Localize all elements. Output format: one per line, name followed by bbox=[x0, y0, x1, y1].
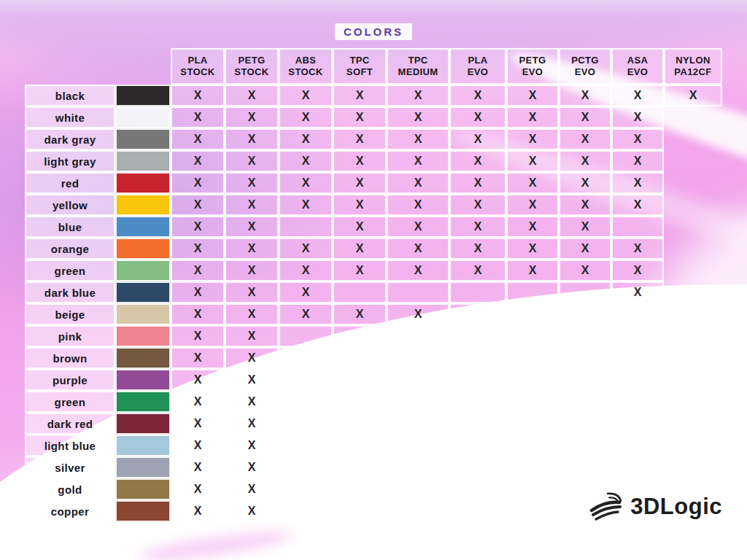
empty-cell bbox=[387, 391, 449, 413]
empty-cell bbox=[333, 456, 387, 478]
empty-cell bbox=[664, 413, 722, 435]
empty-cell bbox=[279, 456, 333, 478]
x-mark-cell: X bbox=[279, 150, 333, 172]
column-header-line: PLA bbox=[468, 55, 487, 66]
empty-cell bbox=[664, 216, 722, 238]
x-mark-cell: X bbox=[171, 281, 225, 303]
x-mark-cell: X bbox=[171, 456, 225, 478]
empty-cell bbox=[449, 391, 506, 413]
x-mark-cell: X bbox=[171, 238, 225, 260]
x-mark-cell: X bbox=[333, 238, 387, 260]
colors-availability-page: COLORS PLASTOCKPETGSTOCKABSSTOCKTPCSOFTT… bbox=[0, 0, 747, 560]
x-mark-cell: X bbox=[225, 413, 279, 435]
color-swatch bbox=[115, 347, 171, 369]
empty-cell bbox=[279, 325, 333, 347]
x-mark-cell: X bbox=[387, 260, 449, 281]
color-swatch bbox=[115, 391, 171, 413]
column-header-line: ASA bbox=[627, 55, 649, 66]
x-mark-cell: X bbox=[449, 106, 506, 128]
row-label: orange bbox=[25, 238, 115, 260]
x-mark-cell: X bbox=[449, 172, 506, 194]
x-mark-cell: X bbox=[279, 238, 333, 260]
color-swatch bbox=[115, 478, 171, 500]
empty-cell bbox=[664, 303, 722, 325]
x-mark-cell: X bbox=[225, 325, 279, 347]
x-mark-cell: X bbox=[171, 303, 225, 325]
x-mark-cell: X bbox=[387, 303, 449, 325]
x-mark-cell: X bbox=[387, 150, 449, 172]
column-header-line: PCTG bbox=[571, 55, 599, 66]
row-label: white bbox=[25, 106, 115, 128]
empty-cell bbox=[279, 500, 333, 522]
empty-cell bbox=[506, 281, 559, 303]
row-label: light gray bbox=[25, 150, 115, 172]
empty-cell bbox=[611, 303, 664, 325]
empty-cell bbox=[449, 325, 506, 347]
x-mark-cell: X bbox=[333, 150, 387, 172]
row-label: dark gray bbox=[25, 128, 115, 150]
row-label: light blue bbox=[25, 435, 115, 456]
brand-logo: 3DLogic bbox=[589, 491, 722, 522]
x-mark-cell: X bbox=[559, 194, 611, 216]
x-mark-cell: X bbox=[611, 150, 664, 172]
row-label: purple bbox=[25, 369, 115, 391]
x-mark-cell: X bbox=[387, 172, 449, 194]
x-mark-cell: X bbox=[611, 128, 664, 150]
x-mark-cell: X bbox=[449, 238, 506, 260]
empty-cell bbox=[664, 456, 722, 478]
x-mark-cell: X bbox=[559, 238, 611, 260]
x-mark-cell: X bbox=[225, 478, 279, 500]
empty-cell bbox=[611, 391, 664, 413]
column-header: TPCSOFT bbox=[333, 48, 387, 85]
empty-cell bbox=[559, 347, 611, 369]
x-mark-cell: X bbox=[225, 106, 279, 128]
empty-cell bbox=[611, 369, 664, 391]
empty-cell bbox=[506, 478, 559, 500]
empty-cell bbox=[449, 435, 506, 456]
empty-cell bbox=[449, 347, 506, 369]
empty-cell bbox=[664, 172, 722, 194]
x-mark-cell: X bbox=[171, 216, 225, 238]
empty-cell bbox=[664, 325, 722, 347]
x-mark-cell: X bbox=[506, 150, 559, 172]
column-header: NYLONPA12CF bbox=[664, 48, 722, 85]
x-mark-cell: X bbox=[279, 281, 333, 303]
column-header-line: STOCK bbox=[288, 66, 322, 78]
column-header: PLAEVO bbox=[449, 48, 506, 85]
empty-cell bbox=[449, 281, 506, 303]
x-mark-cell: X bbox=[387, 106, 449, 128]
x-mark-cell: X bbox=[559, 128, 611, 150]
row-label: silver bbox=[25, 456, 115, 478]
x-mark-cell: X bbox=[171, 172, 225, 194]
color-swatch bbox=[115, 325, 171, 347]
column-header-line: ABS bbox=[295, 55, 317, 66]
color-swatch bbox=[115, 435, 171, 456]
x-mark-cell: X bbox=[225, 128, 279, 150]
3dlogic-swirl-icon bbox=[589, 491, 624, 522]
column-header-line: STOCK bbox=[234, 66, 268, 78]
x-mark-cell: X bbox=[171, 128, 225, 150]
x-mark-cell: X bbox=[664, 85, 722, 106]
x-mark-cell: X bbox=[171, 150, 225, 172]
column-header: PCTGEVO bbox=[559, 48, 611, 85]
x-mark-cell: X bbox=[225, 260, 279, 281]
x-mark-cell: X bbox=[171, 369, 225, 391]
empty-cell bbox=[611, 347, 664, 369]
x-mark-cell: X bbox=[171, 106, 225, 128]
empty-cell bbox=[333, 500, 387, 522]
x-mark-cell: X bbox=[333, 303, 387, 325]
x-mark-cell: X bbox=[333, 194, 387, 216]
empty-cell bbox=[387, 478, 449, 500]
empty-cell bbox=[333, 478, 387, 500]
x-mark-cell: X bbox=[279, 172, 333, 194]
x-mark-cell: X bbox=[611, 85, 664, 106]
x-mark-cell: X bbox=[611, 172, 664, 194]
column-header-line: SOFT bbox=[347, 66, 373, 78]
column-header-line: EVO bbox=[522, 66, 543, 78]
x-mark-cell: X bbox=[225, 150, 279, 172]
x-mark-cell: X bbox=[449, 260, 506, 281]
brand-name: 3DLogic bbox=[630, 494, 722, 520]
empty-cell bbox=[664, 369, 722, 391]
x-mark-cell: X bbox=[387, 216, 449, 238]
column-header-line: PLA bbox=[187, 55, 207, 66]
